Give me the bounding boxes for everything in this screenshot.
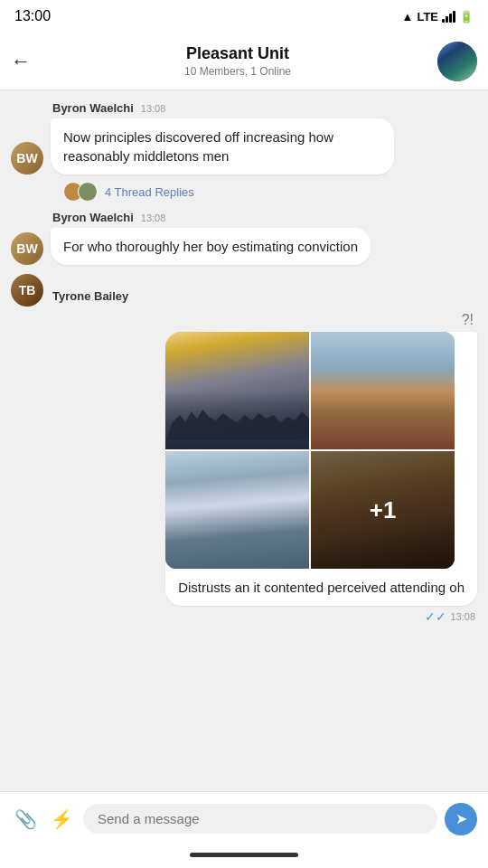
sender-name-tyrone: Tyrone Bailey [52,289,128,303]
wifi-icon: ▲ [402,10,414,24]
message-text: Now principles discovered off increasing… [63,129,333,164]
message-row-outgoing: ?! +1 [0,312,488,624]
avatar-byron: BW [11,142,43,175]
signal-bars-icon [442,10,455,23]
avatar-tyrone: TB [11,274,43,307]
status-time: 13:00 [14,8,51,24]
grid-image-1 [165,332,309,449]
chat-subtitle: 10 Members, 1 Online [38,65,437,78]
message-group-byron: BW Byron Waelchi 13:08 Now principles di… [0,101,488,203]
send-button[interactable]: ➤ [445,803,477,835]
message-input[interactable] [83,804,437,834]
send-icon: ➤ [455,810,467,827]
bolt-button[interactable]: ⚡ [47,805,76,834]
chat-area: BW Byron Waelchi 13:08 Now principles di… [0,90,488,791]
msg-time: 13:08 [141,103,166,114]
thread-replies[interactable]: 4 Thread Replies [51,176,488,203]
thread-avatar-group [63,182,92,202]
image-grid: +1 [165,332,455,569]
group-avatar[interactable] [437,42,477,81]
chat-header: ← Pleasant Unit 10 Members, 1 Online [0,33,488,90]
status-bar: 13:00 ▲ LTE 🔋 [0,0,488,33]
battery-icon: 🔋 [459,10,474,24]
input-bar: 📎 ⚡ ➤ [0,791,488,845]
bubble-wrap: Byron Waelchi 13:08 Now principles disco… [51,101,394,175]
sender-name-2: Byron Waelchi [52,211,134,224]
out-time: 13:08 [450,611,475,622]
home-indicator [0,845,488,868]
message-row-tyrone: TB Tyrone Bailey [0,274,488,307]
thread-replies-label[interactable]: 4 Thread Replies [105,185,194,199]
image-caption: Distrusts an it contented perceived atte… [165,569,477,606]
avatar-byron-2: BW [11,232,43,265]
message-bubble-2: For who thoroughly her boy estimating co… [51,228,371,265]
read-receipt-icon: ✓✓ [425,609,446,624]
bubble-wrap-2: Byron Waelchi 13:08 For who thoroughly h… [51,211,371,265]
attach-button[interactable]: 📎 [11,805,40,834]
back-button[interactable]: ← [11,46,38,77]
grid-image-4: +1 [311,451,455,569]
grid-image-2 [311,332,455,449]
message-bubble: Now principles discovered off increasing… [51,118,394,175]
plus-overlay: +1 [311,451,455,569]
out-time-row: ✓✓ 13:08 [425,609,477,624]
message-group-byron-2: BW Byron Waelchi 13:08 For who thoroughl… [0,211,488,267]
message-row-2: BW Byron Waelchi 13:08 For who thoroughl… [0,211,488,265]
attach-icon: 📎 [14,808,37,830]
lte-label: LTE [417,10,438,24]
home-bar [190,853,298,857]
bubble-wrap-tyrone: Tyrone Bailey [51,289,128,307]
chat-title: Pleasant Unit [38,44,437,63]
status-icons: ▲ LTE 🔋 [402,10,474,24]
sender-info-tyrone: Tyrone Bailey [51,289,128,303]
msg-time-2: 13:08 [141,212,166,223]
image-message-bubble: +1 Distrusts an it contented perceived a… [165,332,477,606]
thread-avatar-2 [78,182,98,202]
bubble-out-wrap: ?! +1 [165,312,477,624]
sender-info-2: Byron Waelchi 13:08 [51,211,371,224]
bolt-icon: ⚡ [51,808,73,830]
header-center: Pleasant Unit 10 Members, 1 Online [38,44,437,78]
sender-info: Byron Waelchi 13:08 [51,101,394,115]
reaction-indicator: ?! [462,312,477,328]
message-row: BW Byron Waelchi 13:08 Now principles di… [0,101,488,175]
message-text-2: For who thoroughly her boy estimating co… [63,239,358,254]
grid-image-3 [165,451,309,569]
sender-name: Byron Waelchi [52,101,134,115]
